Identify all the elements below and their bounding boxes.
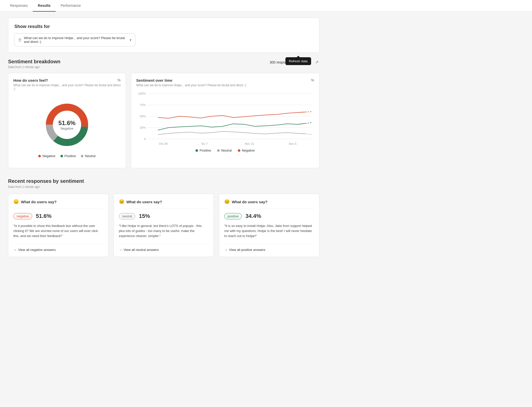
badge-positive: positive bbox=[224, 213, 242, 219]
svg-text:50%: 50% bbox=[140, 115, 146, 118]
recent-section-subtitle: Data from 1 minute ago bbox=[8, 185, 319, 189]
legend-dot-neutral bbox=[81, 155, 83, 157]
response-quote-1: "I like Hotjar in general, but there's L… bbox=[119, 223, 209, 239]
donut-container: 51.6% Negative Negative Positive bbox=[13, 95, 121, 163]
chevron-down-icon: ▾ bbox=[130, 38, 131, 42]
sentiment-pct-2: 34.4% bbox=[245, 213, 261, 219]
recent-responses-section: Recent responses by sentiment Data from … bbox=[8, 178, 319, 257]
legend-dot-positive bbox=[60, 155, 63, 157]
svg-text:25%: 25% bbox=[140, 126, 146, 129]
response-card-neutral: 😐 What do users say? neutral 15% "I like… bbox=[114, 194, 214, 257]
tab-performance[interactable]: Performance bbox=[56, 0, 86, 12]
recent-section-title: Recent responses by sentiment bbox=[8, 178, 319, 184]
line-legend-dot-negative bbox=[238, 149, 240, 152]
question-icon: 🗒 bbox=[18, 38, 22, 42]
response-card-title-1: What do users say? bbox=[126, 200, 162, 204]
arrow-right-icon-0: → bbox=[13, 248, 17, 252]
refresh-tooltip[interactable]: Refresh data bbox=[285, 57, 311, 65]
svg-text:Nov 21: Nov 21 bbox=[245, 142, 254, 145]
donut-chart-subtitle: What can we do to improve Hotjar... and … bbox=[13, 83, 121, 91]
response-card-header-0: 😞 What do users say? bbox=[13, 199, 103, 209]
donut-pct: 51.6% bbox=[58, 120, 76, 127]
response-card-positive: 😊 What do users say? positive 34.4% "It … bbox=[219, 194, 319, 257]
donut-legend: Negative Positive Neutral bbox=[38, 154, 95, 158]
legend-item-neutral: Neutral bbox=[81, 154, 95, 158]
view-all-positive-link[interactable]: → View all positive answers bbox=[224, 244, 314, 252]
tab-results[interactable]: Results bbox=[33, 0, 56, 12]
show-results-card: Show results for 🗒 What can we do to imp… bbox=[8, 18, 319, 53]
line-legend-label-negative: Negative bbox=[242, 149, 255, 152]
line-legend-dot-neutral bbox=[217, 149, 220, 152]
svg-text:Oct 28: Oct 28 bbox=[159, 142, 168, 145]
percent-toggle[interactable]: % bbox=[117, 78, 120, 82]
line-chart-subtitle: What can we do to improve Hotjar... and … bbox=[136, 83, 314, 87]
response-card-title-2: What do users say? bbox=[232, 200, 268, 204]
svg-text:No 7: No 7 bbox=[201, 142, 208, 145]
response-card-header-2: 😊 What do users say? bbox=[224, 199, 314, 209]
line-legend-negative: Negative bbox=[238, 149, 255, 152]
sentiment-row-0: negative 51.6% bbox=[13, 213, 103, 219]
line-legend-neutral: Neutral bbox=[217, 149, 232, 152]
sentiment-icon-1: 😐 bbox=[119, 199, 124, 205]
view-all-negative-link[interactable]: → View all negative answers bbox=[13, 244, 103, 252]
svg-text:Dec 5: Dec 5 bbox=[289, 142, 296, 145]
line-chart-svg: 100% 75% 50% 25% 0 Oct 28 No 7 Nov 21 De… bbox=[136, 91, 314, 147]
sentiment-breakdown-header: Sentiment breakdown Data from 1 minute a… bbox=[8, 59, 319, 69]
sentiment-icon-2: 😊 bbox=[224, 199, 230, 205]
question-text: What can we do to improve Hotjar... and … bbox=[24, 36, 128, 44]
sentiment-pct-0: 51.6% bbox=[36, 213, 51, 219]
question-select[interactable]: 🗒 What can we do to improve Hotjar... an… bbox=[14, 33, 135, 46]
svg-text:100%: 100% bbox=[138, 92, 146, 95]
sentiment-row-2: positive 34.4% bbox=[224, 213, 314, 219]
view-all-neutral-text: View all neutral answers bbox=[124, 248, 159, 252]
badge-neutral: neutral bbox=[119, 213, 136, 219]
svg-text:75%: 75% bbox=[140, 103, 146, 106]
line-legend-label-neutral: Neutral bbox=[221, 149, 232, 152]
line-chart-card: Sentiment over time % What can we do to … bbox=[131, 73, 319, 168]
legend-label-neutral: Neutral bbox=[85, 154, 95, 158]
sentiment-row-1: neutral 15% bbox=[119, 213, 209, 219]
share-icon-button[interactable]: ↗ bbox=[314, 59, 319, 66]
view-all-negative-text: View all negative answers bbox=[18, 248, 56, 252]
line-chart-area: 100% 75% 50% 25% 0 Oct 28 No 7 Nov 21 De… bbox=[136, 91, 314, 147]
donut-wrapper: 51.6% Negative bbox=[42, 100, 92, 150]
line-percent-toggle[interactable]: % bbox=[311, 78, 314, 82]
legend-item-negative: Negative bbox=[38, 154, 55, 158]
arrow-right-icon-2: → bbox=[224, 248, 227, 252]
view-all-positive-text: View all positive answers bbox=[229, 248, 265, 252]
section-subtitle: Data from 1 minute ago bbox=[8, 65, 60, 69]
response-quote-0: "Is it possible to show this feedback bo… bbox=[13, 223, 103, 239]
donut-center-text: 51.6% Negative bbox=[58, 120, 76, 130]
line-legend-label-positive: Positive bbox=[200, 149, 211, 152]
arrow-right-icon-1: → bbox=[119, 248, 122, 252]
sentiment-icon-0: 😞 bbox=[13, 199, 19, 205]
show-results-title: Show results for bbox=[14, 24, 313, 29]
tab-responses[interactable]: Responses bbox=[5, 0, 33, 12]
donut-label: Negative bbox=[58, 127, 76, 130]
line-legend-positive: Positive bbox=[195, 149, 211, 152]
sentiment-pct-1: 15% bbox=[139, 213, 150, 219]
response-card-title-0: What do users say? bbox=[21, 200, 57, 204]
legend-item-positive: Positive bbox=[60, 154, 76, 158]
response-card-header-1: 😐 What do users say? bbox=[119, 199, 209, 209]
charts-row: How do users feel? % What can we do to i… bbox=[8, 73, 319, 168]
donut-chart-card: How do users feel? % What can we do to i… bbox=[8, 73, 126, 168]
line-chart-header: Sentiment over time % bbox=[136, 78, 314, 82]
responses-grid: 😞 What do users say? negative 51.6% "Is … bbox=[8, 194, 319, 257]
legend-dot-negative bbox=[38, 155, 41, 157]
response-quote-2: "It is so easy to install Hotjar. Also, … bbox=[224, 223, 314, 239]
svg-text:0: 0 bbox=[144, 137, 146, 140]
legend-label-positive: Positive bbox=[64, 154, 76, 158]
response-card-negative: 😞 What do users say? negative 51.6% "Is … bbox=[8, 194, 109, 257]
line-chart-legend: Positive Neutral Negative bbox=[136, 149, 314, 152]
donut-chart-header: How do users feel? % bbox=[13, 78, 121, 82]
section-title: Sentiment breakdown bbox=[8, 59, 60, 65]
line-chart-title: Sentiment over time bbox=[136, 78, 172, 82]
tabs-bar: Responses Results Performance bbox=[0, 0, 532, 12]
legend-label-negative: Negative bbox=[42, 154, 55, 158]
line-legend-dot-positive bbox=[195, 149, 198, 152]
badge-negative: negative bbox=[13, 213, 32, 219]
donut-chart-title: How do users feel? bbox=[13, 78, 48, 82]
view-all-neutral-link[interactable]: → View all neutral answers bbox=[119, 244, 209, 252]
